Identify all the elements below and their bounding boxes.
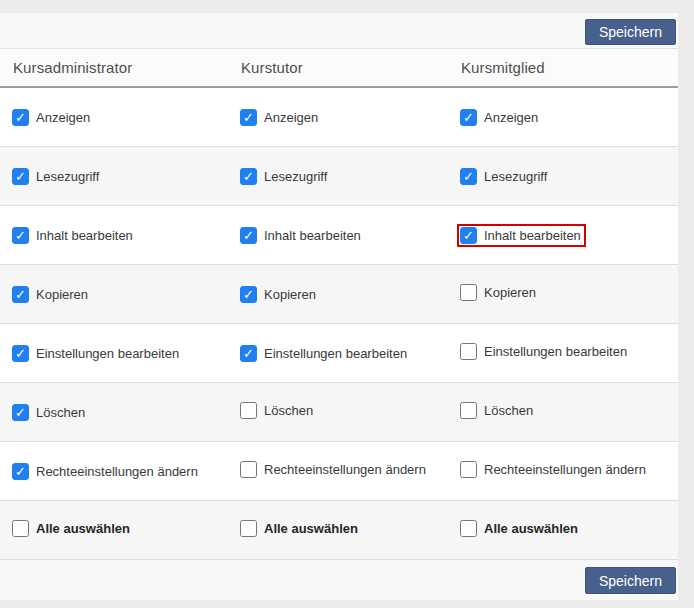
checkbox-label[interactable]: Inhalt bearbeiten (36, 228, 133, 243)
save-button-top[interactable]: Speichern (585, 19, 676, 45)
checkbox-label[interactable]: Einstellungen bearbeiten (484, 344, 627, 359)
checkbox-loschen-kursmitglied[interactable] (460, 402, 477, 419)
check-icon: ✓ (243, 170, 254, 183)
checkbox-rechteeinstellungen-andern-kurstutor[interactable] (240, 461, 257, 478)
checkbox-einstellungen-bearbeiten-kursadministrator[interactable]: ✓ (12, 345, 29, 362)
checkbox-group: ✓Löschen (12, 404, 85, 421)
checkbox-label[interactable]: Alle auswählen (264, 521, 358, 536)
checkbox-label[interactable]: Kopieren (36, 287, 88, 302)
checkbox-label[interactable]: Kopieren (484, 285, 536, 300)
checkbox-anzeigen-kursmitglied[interactable]: ✓ (460, 109, 477, 126)
checkbox-group: Alle auswählen (12, 520, 130, 537)
permission-cell: Kopieren (448, 284, 678, 305)
checkbox-label[interactable]: Löschen (264, 403, 313, 418)
permission-cell: Alle auswählen (0, 520, 228, 541)
check-icon: ✓ (15, 347, 26, 360)
check-icon: ✓ (463, 170, 474, 183)
column-header-kurstutor: Kurstutor (228, 59, 448, 76)
checkbox-group: ✓Inhalt bearbeiten (12, 227, 133, 244)
checkbox-label[interactable]: Rechteeinstellungen ändern (36, 464, 198, 479)
permission-cell: Rechteeinstellungen ändern (228, 461, 448, 482)
table-row-einstellungen-bearbeiten: ✓Einstellungen bearbeiten✓Einstellungen … (0, 324, 678, 383)
permission-cell: Löschen (228, 402, 448, 423)
permission-cell: ✓Lesezugriff (228, 167, 448, 185)
checkbox-label[interactable]: Anzeigen (36, 110, 90, 125)
checkbox-label[interactable]: Einstellungen bearbeiten (36, 346, 179, 361)
check-icon: ✓ (15, 111, 26, 124)
checkbox-label[interactable]: Alle auswählen (484, 521, 578, 536)
checkbox-label[interactable]: Lesezugriff (484, 169, 547, 184)
check-icon: ✓ (243, 229, 254, 242)
checkbox-einstellungen-bearbeiten-kursmitglied[interactable] (460, 343, 477, 360)
checkbox-group: Rechteeinstellungen ändern (240, 461, 426, 478)
permission-cell: ✓Lesezugriff (0, 167, 228, 185)
checkbox-inhalt-bearbeiten-kurstutor[interactable]: ✓ (240, 227, 257, 244)
checkbox-label[interactable]: Kopieren (264, 287, 316, 302)
checkbox-inhalt-bearbeiten-kursadministrator[interactable]: ✓ (12, 227, 29, 244)
checkbox-label[interactable]: Rechteeinstellungen ändern (264, 462, 426, 477)
table-row-rechteeinstellungen-andern: ✓Rechteeinstellungen ändernRechteeinstel… (0, 442, 678, 501)
checkbox-label[interactable]: Lesezugriff (264, 169, 327, 184)
table-row-inhalt-bearbeiten: ✓Inhalt bearbeiten✓Inhalt bearbeiten✓Inh… (0, 206, 678, 265)
checkbox-kopieren-kursmitglied[interactable] (460, 284, 477, 301)
check-icon: ✓ (463, 229, 474, 242)
checkbox-label[interactable]: Löschen (484, 403, 533, 418)
checkbox-group: ✓Anzeigen (460, 109, 538, 126)
checkbox-group: ✓Anzeigen (12, 109, 90, 126)
checkbox-alle-auswahlen-kursmitglied[interactable] (460, 520, 477, 537)
checkbox-einstellungen-bearbeiten-kurstutor[interactable]: ✓ (240, 345, 257, 362)
checkbox-alle-auswahlen-kursadministrator[interactable] (12, 520, 29, 537)
permission-cell: ✓Anzeigen (448, 108, 678, 126)
checkbox-label[interactable]: Alle auswählen (36, 521, 130, 536)
permission-cell: ✓Löschen (0, 403, 228, 421)
table-row-kopieren: ✓Kopieren✓KopierenKopieren (0, 265, 678, 324)
checkbox-kopieren-kurstutor[interactable]: ✓ (240, 286, 257, 303)
permission-cell: Einstellungen bearbeiten (448, 343, 678, 364)
permission-cell: ✓Anzeigen (228, 108, 448, 126)
checkbox-lesezugriff-kursadministrator[interactable]: ✓ (12, 168, 29, 185)
checkbox-lesezugriff-kurstutor[interactable]: ✓ (240, 168, 257, 185)
checkbox-lesezugriff-kursmitglied[interactable]: ✓ (460, 168, 477, 185)
table-row-lesezugriff: ✓Lesezugriff✓Lesezugriff✓Lesezugriff (0, 147, 678, 206)
check-icon: ✓ (243, 288, 254, 301)
permission-cell: ✓Einstellungen bearbeiten (228, 344, 448, 362)
check-icon: ✓ (243, 347, 254, 360)
checkbox-inhalt-bearbeiten-kursmitglied[interactable]: ✓ (460, 227, 477, 244)
table-row-alle-auswahlen: Alle auswählenAlle auswählenAlle auswähl… (0, 501, 678, 560)
checkbox-label[interactable]: Anzeigen (484, 110, 538, 125)
checkbox-group: ✓Lesezugriff (460, 168, 547, 185)
checkbox-loschen-kursadministrator[interactable]: ✓ (12, 404, 29, 421)
checkbox-label[interactable]: Rechteeinstellungen ändern (484, 462, 646, 477)
checkbox-loschen-kurstutor[interactable] (240, 402, 257, 419)
check-icon: ✓ (15, 406, 26, 419)
checkbox-group: Kopieren (460, 284, 536, 301)
page: { "header_actions": { "save_label": "Spe… (0, 0, 694, 608)
checkbox-label[interactable]: Lesezugriff (36, 169, 99, 184)
column-header-kursmitglied: Kursmitglied (448, 59, 678, 76)
check-icon: ✓ (15, 288, 26, 301)
red-highlight-box: ✓Inhalt bearbeiten (457, 224, 586, 247)
checkbox-group: ✓Lesezugriff (240, 168, 327, 185)
checkbox-label[interactable]: Inhalt bearbeiten (484, 228, 581, 243)
content-panel: Speichern Kursadministrator Kurstutor Ku… (0, 13, 678, 600)
check-icon: ✓ (243, 111, 254, 124)
checkbox-anzeigen-kursadministrator[interactable]: ✓ (12, 109, 29, 126)
checkbox-kopieren-kursadministrator[interactable]: ✓ (12, 286, 29, 303)
checkbox-rechteeinstellungen-andern-kursmitglied[interactable] (460, 461, 477, 478)
permission-cell: ✓Inhalt bearbeiten (448, 226, 678, 244)
checkbox-label[interactable]: Löschen (36, 405, 85, 420)
permission-cell: Rechteeinstellungen ändern (448, 461, 678, 482)
check-icon: ✓ (15, 229, 26, 242)
checkbox-anzeigen-kurstutor[interactable]: ✓ (240, 109, 257, 126)
permission-cell: Löschen (448, 402, 678, 423)
checkbox-label[interactable]: Einstellungen bearbeiten (264, 346, 407, 361)
save-button-bottom[interactable]: Speichern (585, 567, 676, 594)
checkbox-alle-auswahlen-kurstutor[interactable] (240, 520, 257, 537)
checkbox-group: ✓Einstellungen bearbeiten (240, 345, 407, 362)
checkbox-rechteeinstellungen-andern-kursadministrator[interactable]: ✓ (12, 463, 29, 480)
top-action-bar: Speichern (0, 13, 678, 48)
table-header-row: Kursadministrator Kurstutor Kursmitglied (0, 48, 678, 88)
checkbox-label[interactable]: Anzeigen (264, 110, 318, 125)
permissions-table: Kursadministrator Kurstutor Kursmitglied… (0, 48, 678, 560)
checkbox-label[interactable]: Inhalt bearbeiten (264, 228, 361, 243)
